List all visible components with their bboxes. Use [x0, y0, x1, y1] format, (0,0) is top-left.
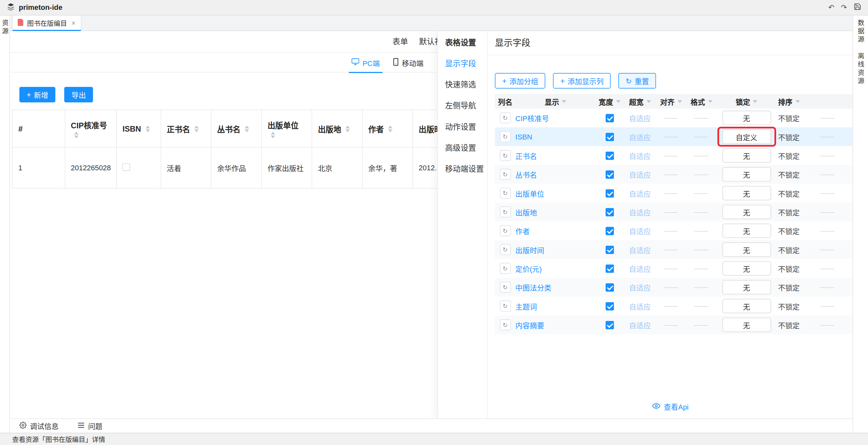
field-name-link[interactable]: 出版单位	[516, 188, 544, 198]
col-header-series[interactable]: 丛书名	[211, 110, 262, 148]
sort-icon[interactable]	[389, 125, 393, 132]
sort-icon[interactable]	[146, 125, 150, 132]
tab-close-icon[interactable]: ×	[71, 19, 76, 27]
tab-book-cip[interactable]: 图书在版编目 ×	[12, 15, 81, 31]
width-value[interactable]: 自适应	[629, 225, 651, 236]
add-button[interactable]: + 新增	[19, 87, 56, 102]
field-row[interactable]: ↻ 中图法分类 自适应 —— —— 无 不锁定 ——	[495, 278, 853, 296]
refresh-row-icon[interactable]: ↻	[500, 282, 511, 293]
filter-caret-icon[interactable]	[753, 100, 757, 102]
format-button[interactable]: 无	[722, 318, 771, 332]
format-button[interactable]: 无	[722, 148, 771, 163]
display-checkbox[interactable]	[606, 189, 614, 197]
settings-menu-item[interactable]: 高级设置	[438, 137, 487, 158]
sort-icon[interactable]	[74, 131, 79, 138]
field-name-link[interactable]: 丛书名	[516, 169, 537, 180]
col-header-cip[interactable]: CIP核准号	[65, 110, 117, 148]
format-button[interactable]: 无	[722, 167, 771, 182]
field-row[interactable]: ↻ 出版时间 自适应 —— —— 无 不锁定 ——	[495, 240, 853, 259]
field-column-header[interactable]: 列名	[495, 94, 515, 108]
field-row[interactable]: ↻ 丛书名 自适应 —— —— 无 不锁定 ——	[495, 165, 853, 184]
field-column-header[interactable]: 宽度	[595, 94, 623, 108]
lock-value[interactable]: 不锁定	[778, 263, 800, 274]
filter-caret-icon[interactable]	[562, 100, 566, 102]
refresh-row-icon[interactable]: ↻	[500, 131, 511, 142]
refresh-row-icon[interactable]: ↻	[500, 263, 511, 274]
col-header-publisher[interactable]: 出版单位	[262, 110, 312, 148]
display-checkbox[interactable]	[606, 264, 614, 273]
width-value[interactable]: 自适应	[629, 131, 651, 142]
tab-mobile[interactable]: 移动端	[393, 53, 424, 72]
lock-value[interactable]: 不锁定	[778, 188, 800, 198]
format-button[interactable]: 无	[722, 205, 771, 219]
field-row[interactable]: ↻ 主题词 自适应 —— —— 无 不锁定 ——	[495, 297, 853, 315]
settings-menu-item[interactable]: 动作设置	[438, 116, 487, 137]
field-row[interactable]: ↻ 定价(元) 自适应 —— —— 无 不锁定 ——	[495, 259, 853, 278]
format-button[interactable]: 无	[722, 186, 771, 200]
field-name-link[interactable]: 内容摘要	[516, 320, 544, 330]
lock-value[interactable]: 不锁定	[778, 320, 800, 330]
refresh-row-icon[interactable]: ↻	[500, 300, 511, 312]
field-column-header[interactable]: 超宽	[623, 94, 657, 108]
add-group-button[interactable]: + 添加分组	[495, 73, 545, 89]
filter-caret-icon[interactable]	[677, 100, 682, 102]
field-name-link[interactable]: 正书名	[516, 150, 537, 161]
width-value[interactable]: 自适应	[629, 113, 651, 123]
field-row[interactable]: ↻ CIP核准号 自适应 —— —— 无 不锁定 ——	[495, 108, 853, 127]
field-row[interactable]: ↻ 内容摘要 自适应 —— —— 无 不锁定 ——	[495, 315, 853, 334]
undo-icon[interactable]: ↶	[828, 4, 834, 11]
display-checkbox[interactable]	[606, 283, 614, 291]
width-value[interactable]: 自适应	[629, 300, 651, 311]
field-name-link[interactable]: 中图法分类	[516, 282, 552, 292]
lock-value[interactable]: 不锁定	[778, 169, 800, 180]
display-checkbox[interactable]	[606, 151, 614, 159]
reset-button[interactable]: ↻ 重置	[619, 73, 656, 89]
format-button[interactable]: 无	[722, 280, 771, 294]
col-header-isbn[interactable]: ISBN	[117, 110, 161, 148]
format-button[interactable]: 无	[722, 243, 771, 257]
debug-info-button[interactable]: 调试信息	[19, 421, 59, 431]
sort-icon[interactable]	[346, 125, 350, 132]
sort-icon[interactable]	[271, 131, 275, 138]
filter-caret-icon[interactable]	[616, 100, 620, 102]
display-checkbox[interactable]	[606, 246, 614, 254]
sort-icon[interactable]	[194, 125, 198, 132]
lock-value[interactable]: 不锁定	[778, 225, 800, 236]
col-header-author[interactable]: 作者	[363, 110, 413, 148]
field-column-header[interactable]: 对齐	[657, 94, 685, 108]
display-checkbox[interactable]	[606, 170, 614, 179]
field-column-header[interactable]: 排序	[775, 94, 802, 108]
tab-form[interactable]: 表单	[393, 31, 408, 53]
settings-menu-item[interactable]: 快速筛选	[438, 74, 487, 95]
format-button[interactable]: 无	[722, 299, 771, 313]
rail-resources[interactable]: 资源	[0, 19, 9, 36]
filter-caret-icon[interactable]	[795, 100, 799, 102]
field-name-link[interactable]: 出版时间	[516, 244, 544, 255]
width-value[interactable]: 自适应	[629, 169, 651, 180]
format-button[interactable]: 无	[722, 261, 771, 276]
lock-value[interactable]: 不锁定	[778, 244, 800, 255]
field-name-link[interactable]: 出版地	[516, 207, 537, 217]
format-button[interactable]: 无	[722, 110, 771, 125]
refresh-row-icon[interactable]: ↻	[500, 112, 511, 123]
refresh-row-icon[interactable]: ↻	[500, 150, 511, 161]
isbn-checkbox[interactable]	[122, 163, 130, 171]
field-row[interactable]: ↻ 出版地 自适应 —— —— 无 不锁定 ——	[495, 202, 853, 221]
filter-caret-icon[interactable]	[708, 100, 712, 102]
field-name-link[interactable]: 定价(元)	[516, 263, 542, 274]
lock-value[interactable]: 不锁定	[778, 131, 800, 142]
add-display-column-button[interactable]: + 添加显示列	[553, 73, 611, 89]
display-checkbox[interactable]	[606, 114, 614, 122]
display-checkbox[interactable]	[606, 227, 614, 235]
col-header-title[interactable]: 正书名	[161, 110, 211, 148]
refresh-row-icon[interactable]: ↻	[500, 225, 511, 236]
lock-value[interactable]: 不锁定	[778, 282, 800, 292]
refresh-row-icon[interactable]: ↻	[500, 319, 511, 330]
field-name-link[interactable]: CIP核准号	[516, 113, 549, 123]
display-checkbox[interactable]	[606, 321, 614, 329]
rail-datasource[interactable]: 数据源	[856, 19, 865, 44]
display-checkbox[interactable]	[606, 208, 614, 216]
lock-value[interactable]: 不锁定	[778, 207, 800, 217]
view-api-link[interactable]: 查看Api	[488, 401, 853, 412]
width-value[interactable]: 自适应	[629, 263, 651, 274]
